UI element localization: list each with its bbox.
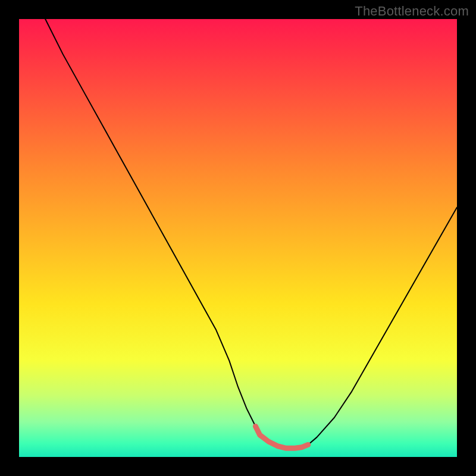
chart-svg [19,19,457,457]
chart-frame: TheBottleneck.com [0,0,476,476]
highlight-band [255,426,308,448]
plot-area [19,19,457,457]
watermark-label: TheBottleneck.com [355,4,469,19]
main-curve [45,19,457,448]
